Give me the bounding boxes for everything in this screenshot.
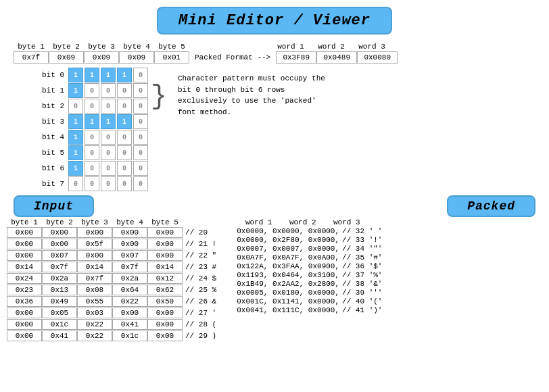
- packed-row-text: 0x0007, 0x0007, 0x0000,: [237, 245, 339, 253]
- input-col5-header: byte 5: [147, 218, 183, 226]
- packed-table-row: 0x0000, 0x0000, 0x0000,// 32 ' ': [237, 227, 382, 235]
- input-table-row: 0x230x130x080x640x62// 25 %: [7, 285, 216, 295]
- bit-row-label-0: bit 0: [41, 71, 64, 79]
- input-table-row: 0x000x070x000x070x00// 22 ": [7, 250, 216, 261]
- bit-row-6: bit 610000: [41, 161, 148, 176]
- input-row-comment: // 28 (: [185, 320, 216, 328]
- packed-col3-header: word 3: [325, 218, 368, 226]
- bit-cell-r1c4: 0: [133, 83, 148, 98]
- packed-table-row: 0x122A, 0x3FAA, 0x0900,// 36 '$': [237, 262, 382, 270]
- packed-col2-header: word 2: [281, 218, 325, 226]
- bit-cell-r6c1: 0: [85, 161, 99, 176]
- input-cell-r1c4: 0x00: [147, 239, 183, 249]
- packed-row-comment: // 33 '!': [342, 236, 382, 244]
- bit-cell-r0c1: 1: [85, 68, 99, 82]
- input-cell-r3c3: 0x7f: [112, 262, 147, 272]
- bit-cell-r0c0: 1: [68, 68, 83, 82]
- bit-cell-r6c0: 1: [68, 161, 83, 176]
- packed-row-text: 0x0041, 0x111C, 0x0000,: [237, 306, 339, 314]
- bit-cell-r5c3: 0: [117, 145, 132, 160]
- bit-cell-r0c3: 1: [117, 68, 132, 82]
- input-cell-r7c3: 0x00: [112, 308, 147, 318]
- bit-cell-r3c1: 1: [85, 114, 99, 129]
- packed-row-text: 0x122A, 0x3FAA, 0x0900,: [237, 262, 339, 270]
- bit-cell-r1c3: 0: [117, 83, 132, 98]
- bit-cell-r7c3: 0: [117, 176, 132, 191]
- input-cell-r8c3: 0x41: [112, 319, 147, 330]
- input-table-row: 0x240x2a0x7f0x2a0x12// 24 $: [7, 273, 216, 284]
- packed-table-row: 0x1193, 0x0464, 0x3100,// 37 '%': [237, 271, 382, 279]
- packed-col1-header: word 1: [237, 218, 281, 226]
- input-cell-r5c3: 0x64: [112, 285, 147, 295]
- input-cell-r4c3: 0x2a: [112, 273, 147, 284]
- top-word1-val: 0x3F89: [276, 51, 316, 64]
- bit-cell-r2c3: 0: [117, 99, 132, 114]
- input-cell-r4c0: 0x24: [7, 273, 42, 284]
- input-cell-r9c4: 0x00: [147, 330, 183, 341]
- input-cell-r7c1: 0x05: [42, 308, 77, 318]
- bit-cell-r6c2: 0: [101, 161, 116, 176]
- input-cell-r7c4: 0x00: [147, 308, 183, 318]
- input-cell-r6c3: 0x22: [112, 296, 147, 307]
- bit-row-label-2: bit 2: [41, 102, 64, 110]
- input-cell-r5c0: 0x23: [7, 285, 42, 295]
- bit-row-label-3: bit 3: [41, 118, 64, 126]
- input-cell-r8c0: 0x00: [7, 319, 42, 330]
- input-cell-r4c2: 0x7f: [77, 273, 112, 284]
- input-cell-r2c3: 0x07: [112, 250, 147, 261]
- input-cell-r2c4: 0x00: [147, 250, 183, 261]
- bit-row-5: bit 510000: [41, 145, 148, 160]
- input-cell-r3c2: 0x14: [77, 262, 112, 272]
- input-cell-r7c0: 0x00: [7, 308, 42, 318]
- byte4-label: byte 4: [119, 43, 154, 51]
- bit-cell-r7c2: 0: [101, 176, 116, 191]
- input-table-row: 0x000x050x030x000x00// 27 ': [7, 308, 216, 318]
- bit-cell-r1c2: 0: [101, 83, 116, 98]
- input-cell-r0c1: 0x00: [42, 227, 77, 238]
- bit-grid: bit 011110bit 110000bit 200000bit 311110…: [41, 68, 148, 191]
- input-cell-r1c3: 0x00: [112, 239, 147, 249]
- packed-table-row: 0x0007, 0x0007, 0x0000,// 34 '"': [237, 245, 382, 253]
- input-cell-r5c1: 0x13: [42, 285, 77, 295]
- input-cell-r2c1: 0x07: [42, 250, 77, 261]
- packed-row-comment: // 35 '#': [342, 253, 382, 262]
- input-table-row: 0x000x1c0x220x410x00// 28 (: [7, 319, 216, 330]
- input-cell-r2c2: 0x00: [77, 250, 112, 261]
- input-row-comment: // 21 !: [185, 240, 216, 248]
- bit-cell-r5c4: 0: [133, 145, 148, 160]
- bit-note: Character pattern must occupy the bit 0 …: [178, 73, 327, 118]
- input-cell-r1c1: 0x00: [42, 239, 77, 249]
- packed-table-row: 0x1B49, 0x2AA2, 0x2800,// 38 '&': [237, 280, 382, 288]
- bit-row-label-7: bit 7: [41, 180, 64, 188]
- input-cell-r9c1: 0x41: [42, 330, 77, 341]
- input-col2-header: byte 2: [42, 218, 77, 226]
- packed-table-row: 0x0A7F, 0x0A7F, 0x0A00,// 35 '#': [237, 253, 382, 262]
- packed-format-label: Packed Format -->: [195, 53, 270, 62]
- page-title: Mini Editor / Viewer: [157, 7, 392, 34]
- input-cell-r6c1: 0x49: [42, 296, 77, 307]
- packed-row-comment: // 38 '&': [342, 280, 382, 288]
- input-row-comment: // 26 &: [185, 297, 216, 305]
- packed-row-comment: // 41 ')': [342, 306, 382, 314]
- bit-row-label-6: bit 6: [41, 164, 64, 172]
- input-rows: 0x000x000x000x000x00// 200x000x000x5f0x0…: [7, 227, 216, 341]
- bit-cell-r5c0: 1: [68, 145, 83, 160]
- bit-row-0: bit 011110: [41, 68, 148, 82]
- input-cell-r7c2: 0x03: [77, 308, 112, 318]
- input-cell-r3c1: 0x7f: [42, 262, 77, 272]
- input-label-box: Input: [14, 195, 94, 217]
- bit-cell-r1c1: 0: [85, 83, 99, 98]
- input-cell-r1c0: 0x00: [7, 239, 42, 249]
- bit-cell-r0c2: 1: [101, 68, 116, 82]
- bit-row-4: bit 410000: [41, 130, 148, 145]
- input-row-comment: // 27 ': [185, 309, 216, 317]
- input-table-row: 0x000x000x5f0x000x00// 21 !: [7, 239, 216, 249]
- bit-row-7: bit 700000: [41, 176, 148, 191]
- bit-cell-r1c0: 1: [68, 83, 83, 98]
- top-byte4-val: 0x09: [119, 51, 154, 64]
- packed-row-text: 0x1193, 0x0464, 0x3100,: [237, 271, 339, 279]
- word3-label: word 3: [352, 43, 392, 51]
- input-col3-header: byte 3: [77, 218, 112, 226]
- top-word2-val: 0x0489: [316, 51, 357, 64]
- bit-bracket: }: [151, 82, 167, 112]
